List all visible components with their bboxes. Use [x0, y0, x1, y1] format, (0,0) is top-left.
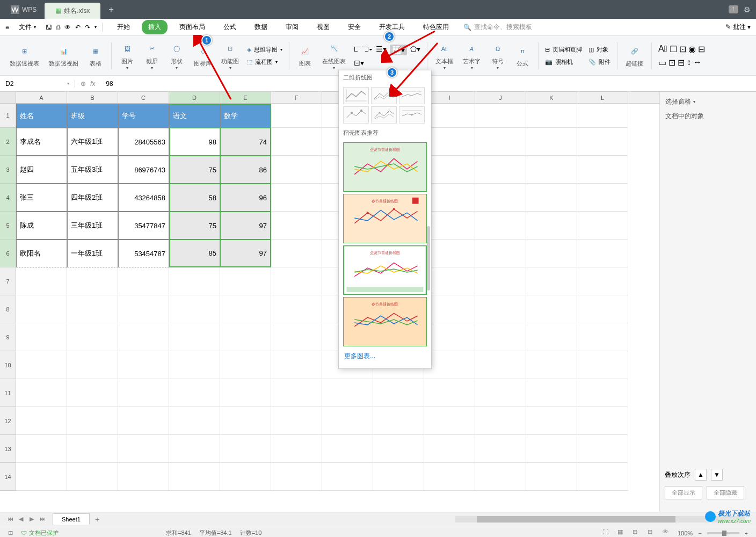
cell[interactable]: [169, 379, 220, 407]
sheet-nav-next[interactable]: ▶: [27, 516, 37, 523]
cell[interactable]: [169, 351, 220, 379]
form-control-icon[interactable]: ⊡: [679, 44, 686, 54]
cell[interactable]: [271, 267, 322, 295]
tab-insert[interactable]: 插入: [142, 20, 168, 34]
tab-view[interactable]: 视图: [310, 20, 336, 34]
cell[interactable]: 姓名: [16, 104, 67, 128]
cell[interactable]: 43264858: [118, 184, 169, 212]
cell[interactable]: 欧阳名: [16, 240, 67, 267]
select-all-corner[interactable]: [0, 92, 16, 103]
cell[interactable]: 五年级3班: [67, 156, 118, 184]
cell[interactable]: [322, 407, 373, 435]
chart-template[interactable]: 春节普通折线图: [343, 297, 427, 346]
cell[interactable]: [526, 295, 577, 323]
pivot-table-button[interactable]: ⊞数据透视表: [5, 41, 43, 70]
stacked-line-chart-type[interactable]: [371, 87, 397, 104]
row-header[interactable]: 7: [0, 267, 16, 295]
cell[interactable]: [118, 295, 169, 323]
radar-chart-icon[interactable]: ⬠▾: [410, 45, 420, 55]
document-tab[interactable]: ▦ 姓名.xlsx: [45, 3, 100, 19]
add-sheet-button[interactable]: +: [90, 515, 105, 524]
cell[interactable]: 陈成: [16, 212, 67, 240]
form-control-icon[interactable]: ◉: [688, 44, 696, 54]
col-header[interactable]: K: [526, 92, 577, 103]
cell[interactable]: [424, 295, 475, 323]
cell[interactable]: [220, 295, 271, 323]
cell[interactable]: [271, 156, 322, 184]
tab-security[interactable]: 安全: [341, 20, 367, 34]
cell[interactable]: [220, 407, 271, 435]
flowchart-button[interactable]: ⬚流程图▾: [244, 56, 285, 68]
cell[interactable]: [526, 104, 577, 128]
cell[interactable]: [475, 463, 526, 491]
tab-layout[interactable]: 页面布局: [173, 20, 212, 34]
cell[interactable]: 96: [220, 184, 271, 212]
sheet-area[interactable]: A B C D E F G H I J K L 1 姓名 班级 学号 语文 数学: [0, 92, 659, 512]
row-header[interactable]: 12: [0, 407, 16, 435]
cell[interactable]: [475, 128, 526, 156]
zoom-level[interactable]: 100%: [678, 530, 693, 536]
sheet-tab[interactable]: Sheet1: [53, 513, 90, 525]
col-header[interactable]: C: [118, 92, 169, 103]
cell[interactable]: [271, 128, 322, 156]
row-header[interactable]: 3: [0, 156, 16, 184]
zoom-icon[interactable]: ⊕: [81, 80, 86, 88]
cell[interactable]: [475, 240, 526, 267]
cell[interactable]: [118, 435, 169, 463]
row-header[interactable]: 4: [0, 184, 16, 212]
cell[interactable]: [67, 323, 118, 351]
cell[interactable]: 三年级1班: [67, 212, 118, 240]
cell[interactable]: 数学: [220, 104, 271, 128]
cell[interactable]: 58: [169, 184, 220, 212]
col-header[interactable]: E: [220, 92, 271, 103]
cell[interactable]: [16, 267, 67, 295]
cell[interactable]: [16, 351, 67, 379]
chart-template[interactable]: 春节普通折线图: [343, 194, 427, 243]
cell[interactable]: 74: [220, 128, 271, 156]
cell[interactable]: [220, 379, 271, 407]
window-settings-icon[interactable]: ⚙: [744, 5, 751, 14]
cell[interactable]: 语文: [169, 104, 220, 128]
cell[interactable]: 班级: [67, 104, 118, 128]
tab-start[interactable]: 开始: [111, 20, 136, 34]
page-break-icon[interactable]: ⊟: [648, 528, 657, 538]
cell[interactable]: [577, 407, 628, 435]
cell[interactable]: [475, 156, 526, 184]
online-chart-button[interactable]: 📉在线图表▾: [318, 39, 350, 73]
line-chart-icon[interactable]: 📈▾: [390, 45, 407, 55]
cell[interactable]: [475, 435, 526, 463]
cell[interactable]: [475, 212, 526, 240]
cell[interactable]: [526, 323, 577, 351]
cell[interactable]: [67, 379, 118, 407]
cell[interactable]: 学号: [118, 104, 169, 128]
cell[interactable]: [475, 323, 526, 351]
tab-add-button[interactable]: +: [100, 5, 121, 14]
row-header[interactable]: 9: [0, 323, 16, 351]
cell[interactable]: [475, 184, 526, 212]
cell[interactable]: [373, 379, 424, 407]
cell[interactable]: [220, 267, 271, 295]
line-chart-type[interactable]: [343, 87, 369, 104]
row-header[interactable]: 11: [0, 379, 16, 407]
print-preview-icon[interactable]: 👁: [64, 24, 71, 31]
cell[interactable]: [424, 435, 475, 463]
cell[interactable]: [424, 184, 475, 212]
cell[interactable]: [526, 240, 577, 267]
cell[interactable]: [169, 435, 220, 463]
cell[interactable]: [67, 407, 118, 435]
cell[interactable]: [118, 379, 169, 407]
chart-template[interactable]: 圣诞节普通折线图: [343, 142, 427, 192]
move-down-button[interactable]: ▼: [711, 469, 723, 481]
print-icon[interactable]: ⎙: [56, 24, 60, 31]
cell[interactable]: 86: [220, 156, 271, 184]
percent-marker-line-chart-type[interactable]: [399, 106, 425, 124]
dropdown-scrollbar[interactable]: [427, 226, 430, 291]
tab-data[interactable]: 数据: [248, 20, 274, 34]
cell[interactable]: [271, 463, 322, 491]
cell[interactable]: [169, 407, 220, 435]
col-header[interactable]: L: [577, 92, 628, 103]
cell[interactable]: [373, 407, 424, 435]
cell[interactable]: [271, 379, 322, 407]
cell[interactable]: [118, 407, 169, 435]
row-header[interactable]: 14: [0, 463, 16, 491]
